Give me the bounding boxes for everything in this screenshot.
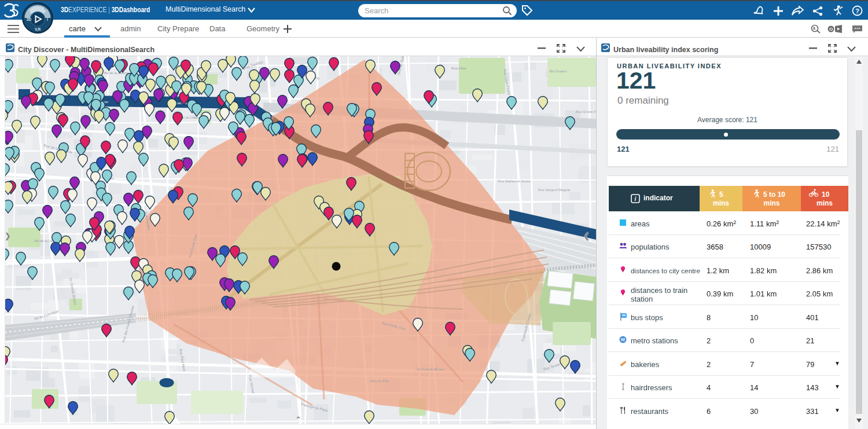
svg-text:Bd Ornano: Bd Ornano (550, 69, 567, 73)
svg-text:Rue Sergent Magnar: Rue Sergent Magnar (538, 188, 571, 192)
svg-text:Rue Killer: Rue Killer (451, 67, 466, 70)
svg-text:?: ? (855, 8, 859, 14)
svg-text:Rue du Pila: Rue du Pila (370, 379, 389, 383)
svg-text:3D: 3D (27, 17, 32, 21)
svg-text:O: O (829, 27, 833, 32)
svg-text:Rue Ernest Rodes: Rue Ernest Rodes (576, 110, 596, 113)
svg-text:V,R: V,R (35, 27, 41, 32)
svg-text:Bd de la Liberte: Bd de la Liberte (104, 71, 129, 75)
svg-text:Av Grande Binard: Av Grande Binard (417, 368, 444, 371)
svg-text:M: M (621, 337, 625, 342)
svg-text:Rue Matheone Dutrio: Rue Matheone Dutrio (498, 179, 531, 183)
svg-text:i: i (635, 196, 637, 202)
svg-text:i: i (47, 17, 48, 21)
